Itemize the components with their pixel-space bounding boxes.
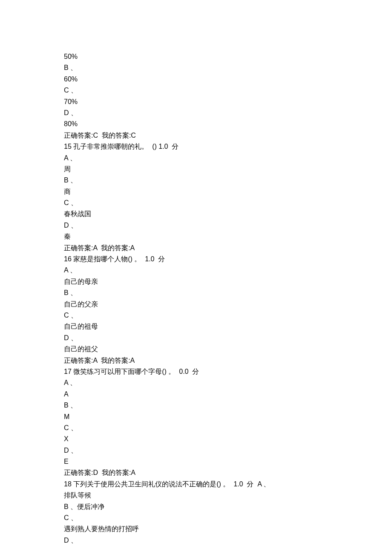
text-line: 商 bbox=[64, 186, 328, 197]
text-line: C 、 bbox=[64, 85, 328, 96]
text-line: E bbox=[64, 456, 328, 467]
text-line: B 、 bbox=[64, 287, 328, 298]
text-line: 自己的祖父 bbox=[64, 344, 328, 355]
text-line: M bbox=[64, 411, 328, 422]
text-line: 60% bbox=[64, 74, 328, 85]
text-line: 周 bbox=[64, 164, 328, 175]
text-line: C 、 bbox=[64, 310, 328, 321]
question-line: 15 孔子非常推崇哪朝的礼。 () 1.0 分 bbox=[64, 141, 328, 152]
text-line: B 、 bbox=[64, 62, 328, 73]
text-line: 春秋战国 bbox=[64, 208, 328, 220]
text-line: A 、 bbox=[64, 377, 328, 388]
text-line: D 、 bbox=[64, 107, 328, 119]
text-line: B 、 bbox=[64, 400, 328, 411]
text-line: A bbox=[64, 389, 328, 400]
text-line: C 、 bbox=[64, 422, 328, 434]
text-line: B 、便后冲净 bbox=[64, 501, 328, 512]
text-line: 遇到熟人要热情的打招呼 bbox=[64, 523, 328, 535]
question-line: 18 下列关于使用公共卫生间礼仪的说法不正确的是() 。 1.0 分 A 、 bbox=[64, 479, 328, 490]
text-line: 秦 bbox=[64, 231, 328, 242]
question-line: 17 微笑练习可以用下面哪个字母() 。 0.0 分 bbox=[64, 366, 328, 377]
text-line: B 、 bbox=[64, 175, 328, 186]
answer-line: 正确答案:C 我的答案:C bbox=[64, 130, 328, 141]
question-line: 16 家慈是指哪个人物() 。 1.0 分 bbox=[64, 254, 328, 265]
text-line: D 、 bbox=[64, 332, 328, 344]
text-line: A 、 bbox=[64, 265, 328, 276]
text-line: C 、 bbox=[64, 197, 328, 208]
text-line: D 、 bbox=[64, 220, 328, 231]
answer-line: 正确答案:D 我的答案:A bbox=[64, 467, 328, 478]
text-line: D 、 bbox=[64, 445, 328, 456]
text-line: 排队等候 bbox=[64, 490, 328, 501]
text-line: 自己的父亲 bbox=[64, 299, 328, 310]
text-line: A 、 bbox=[64, 153, 328, 164]
text-line: 50% bbox=[64, 51, 328, 62]
text-line: C 、 bbox=[64, 512, 328, 523]
text-line: X bbox=[64, 434, 328, 445]
text-line: 70% bbox=[64, 96, 328, 107]
answer-line: 正确答案:A 我的答案:A bbox=[64, 355, 328, 366]
text-line: 自己的母亲 bbox=[64, 276, 328, 287]
text-line: D 、 bbox=[64, 535, 328, 546]
text-line: 80% bbox=[64, 119, 328, 130]
answer-line: 正确答案:A 我的答案:A bbox=[64, 243, 328, 254]
text-line: 自己的祖母 bbox=[64, 321, 328, 332]
